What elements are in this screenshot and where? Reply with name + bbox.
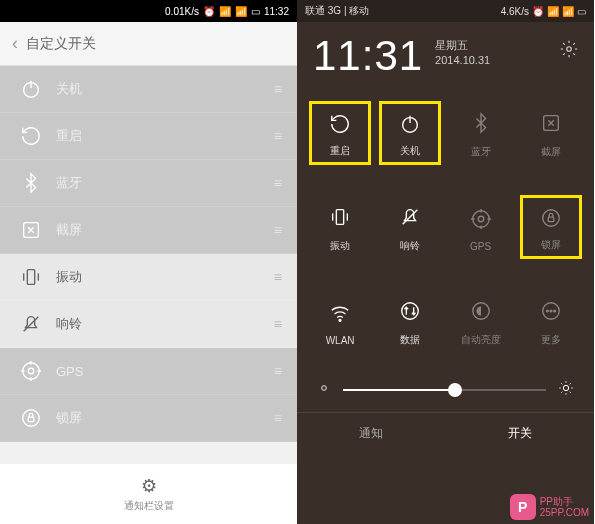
list-item-mute[interactable]: 响铃≡ xyxy=(0,301,297,348)
vibrate-icon xyxy=(16,266,46,288)
watermark-url: 25PP.COM xyxy=(540,507,589,518)
toggle-power[interactable]: 关机 xyxy=(375,94,445,172)
drag-handle-icon[interactable]: ≡ xyxy=(274,269,281,285)
power-icon xyxy=(16,78,46,100)
wifi-icon xyxy=(324,297,356,329)
toggle-more[interactable]: 更多 xyxy=(516,282,586,360)
item-label: 截屏 xyxy=(56,221,82,239)
screenshot-icon xyxy=(16,219,46,241)
list-item-restart[interactable]: 重启≡ xyxy=(0,113,297,160)
svg-rect-3 xyxy=(27,270,34,285)
toggle-label: 锁屏 xyxy=(541,238,561,252)
watermark-logo: P xyxy=(510,494,536,520)
toggle-label: 响铃 xyxy=(400,239,420,253)
quick-toggle-grid: 重启关机蓝牙截屏 xyxy=(297,86,594,180)
svg-point-29 xyxy=(543,210,560,227)
settings-icon[interactable] xyxy=(560,40,578,62)
svg-point-37 xyxy=(546,310,548,312)
toggle-gps[interactable]: GPS xyxy=(446,188,516,266)
list-item-vibrate[interactable]: 振动≡ xyxy=(0,254,297,301)
list-item-bluetooth[interactable]: 蓝牙≡ xyxy=(0,160,297,207)
tab-notifications[interactable]: 通知 xyxy=(297,413,446,454)
header: ‹ 自定义开关 xyxy=(0,22,297,66)
net-speed: 0.01K/s xyxy=(165,6,199,17)
clock-time: 11:31 xyxy=(313,32,423,80)
svg-point-13 xyxy=(23,410,40,427)
lock-icon xyxy=(535,202,567,234)
svg-line-22 xyxy=(403,210,418,225)
carrier-label: 联通 3G | 移动 xyxy=(305,4,369,18)
gps-icon xyxy=(465,203,497,235)
gear-icon: ⚙ xyxy=(141,475,157,497)
toggle-label: 蓝牙 xyxy=(471,145,491,159)
svg-point-40 xyxy=(322,386,327,391)
drag-handle-icon[interactable]: ≡ xyxy=(274,363,281,379)
svg-point-38 xyxy=(550,310,552,312)
toggle-vibrate[interactable]: 振动 xyxy=(305,188,375,266)
signal-icon-2: 📶 xyxy=(562,6,574,17)
battery-icon: ▭ xyxy=(251,6,260,17)
alarm-icon: ⏰ xyxy=(532,6,544,17)
restart-icon xyxy=(324,108,356,140)
brightness-low-icon xyxy=(317,381,331,399)
vibrate-icon xyxy=(324,201,356,233)
restart-icon xyxy=(16,125,46,147)
data-icon xyxy=(394,295,426,327)
svg-point-41 xyxy=(563,385,568,390)
toggle-brightness[interactable]: 自动亮度 xyxy=(446,282,516,360)
signal-icon: 📶 xyxy=(219,6,231,17)
drag-handle-icon[interactable]: ≡ xyxy=(274,81,281,97)
drag-handle-icon[interactable]: ≡ xyxy=(274,410,281,426)
weekday: 星期五 xyxy=(435,38,490,53)
toggle-lock[interactable]: 锁屏 xyxy=(516,188,586,266)
toggle-screenshot[interactable]: 截屏 xyxy=(516,94,586,172)
toggle-label: 自动亮度 xyxy=(461,333,501,347)
list-item-screenshot[interactable]: 截屏≡ xyxy=(0,207,297,254)
toggle-label: 更多 xyxy=(541,333,561,347)
svg-point-32 xyxy=(402,303,419,320)
toggle-restart[interactable]: 重启 xyxy=(305,94,375,172)
slider-thumb[interactable] xyxy=(448,383,462,397)
brightness-icon xyxy=(465,295,497,327)
signal-icon-2: 📶 xyxy=(235,6,247,17)
item-label: 重启 xyxy=(56,127,82,145)
alarm-icon: ⏰ xyxy=(203,6,215,17)
lock-icon xyxy=(16,407,46,429)
toggle-mute[interactable]: 响铃 xyxy=(375,188,445,266)
list-item-power[interactable]: 关机≡ xyxy=(0,66,297,113)
brightness-slider[interactable] xyxy=(343,389,546,391)
toggle-label: 数据 xyxy=(400,333,420,347)
toggle-bluetooth[interactable]: 蓝牙 xyxy=(446,94,516,172)
net-speed: 4.6K/s xyxy=(501,6,529,17)
drag-handle-icon[interactable]: ≡ xyxy=(274,175,281,191)
svg-point-24 xyxy=(478,216,484,222)
toggle-list: 关机≡重启≡蓝牙≡截屏≡振动≡响铃≡GPS≡锁屏≡ xyxy=(0,66,297,442)
footer-button[interactable]: ⚙ 通知栏设置 xyxy=(0,464,297,524)
svg-point-7 xyxy=(23,363,40,380)
more-icon xyxy=(535,295,567,327)
right-screenshot: 联通 3G | 移动 4.6K/s ⏰ 📶 📶 ▭ 11:31 星期五 2014… xyxy=(297,0,594,524)
mute-icon xyxy=(16,313,46,335)
battery-icon: ▭ xyxy=(577,6,586,17)
drag-handle-icon[interactable]: ≡ xyxy=(274,316,281,332)
status-time: 11:32 xyxy=(264,6,289,17)
item-label: 响铃 xyxy=(56,315,82,333)
item-label: 锁屏 xyxy=(56,409,82,427)
footer-label: 通知栏设置 xyxy=(124,499,174,513)
back-icon[interactable]: ‹ xyxy=(12,33,18,54)
svg-rect-14 xyxy=(28,417,34,422)
left-screenshot: 0.01K/s ⏰ 📶 📶 ▭ 11:32 ‹ 自定义开关 关机≡重启≡蓝牙≡截… xyxy=(0,0,297,524)
toggle-label: 截屏 xyxy=(541,145,561,159)
toggle-data[interactable]: 数据 xyxy=(375,282,445,360)
screenshot-icon xyxy=(535,107,567,139)
toggle-wifi[interactable]: WLAN xyxy=(305,282,375,360)
bluetooth-icon xyxy=(16,172,46,194)
drag-handle-icon[interactable]: ≡ xyxy=(274,222,281,238)
drag-handle-icon[interactable]: ≡ xyxy=(274,128,281,144)
slider-fill xyxy=(343,389,455,391)
svg-point-31 xyxy=(339,319,341,321)
brightness-high-icon xyxy=(558,380,574,400)
tab-toggles[interactable]: 开关 xyxy=(446,413,595,454)
list-item-gps[interactable]: GPS≡ xyxy=(0,348,297,395)
list-item-lock[interactable]: 锁屏≡ xyxy=(0,395,297,442)
